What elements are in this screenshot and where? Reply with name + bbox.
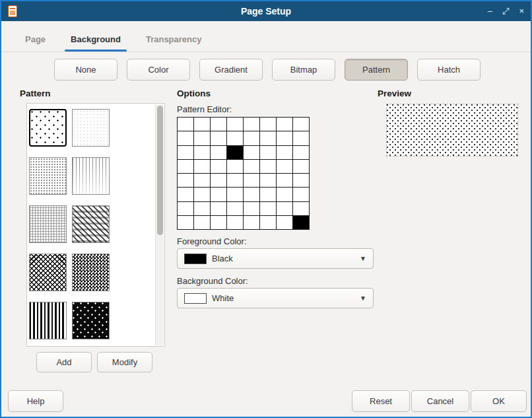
editor-cell-6-7[interactable] [293,202,309,215]
editor-cell-0-2[interactable] [211,118,226,131]
editor-cell-4-7[interactable] [293,174,309,187]
editor-cell-0-0[interactable] [178,118,193,131]
pattern-swatch-diagonal-banded[interactable] [72,205,110,243]
editor-cell-2-2[interactable] [211,146,226,159]
editor-cell-7-7[interactable] [293,216,309,229]
editor-cell-2-7[interactable] [293,146,309,159]
tab-bar: PageBackgroundTransparency [1,21,531,52]
pattern-swatch-checker-dense[interactable] [72,254,110,291]
tab-transparency[interactable]: Transparency [137,29,211,52]
pattern-list-scrollbar[interactable] [155,104,164,345]
editor-cell-2-5[interactable] [260,146,276,159]
editor-cell-2-1[interactable] [194,146,210,159]
pattern-swatch-dots-fine[interactable] [29,157,67,195]
editor-cell-6-5[interactable] [260,202,276,215]
editor-cell-7-3[interactable] [227,216,243,229]
editor-cell-6-3[interactable] [227,202,243,215]
editor-cell-1-5[interactable] [260,131,276,145]
pattern-swatch-dots-sparse[interactable] [29,109,67,147]
foreground-color-dropdown[interactable]: Black ▼ [177,248,374,269]
editor-cell-6-2[interactable] [211,202,226,215]
editor-cell-4-6[interactable] [277,174,292,187]
editor-cell-1-4[interactable] [244,131,259,145]
fill-type-bitmap-button[interactable]: Bitmap [272,59,335,81]
editor-cell-3-4[interactable] [244,160,259,173]
editor-cell-4-0[interactable] [178,174,193,187]
editor-cell-1-3[interactable] [227,131,243,145]
editor-cell-2-4[interactable] [244,146,259,159]
editor-cell-7-0[interactable] [178,216,193,229]
editor-cell-6-0[interactable] [178,202,193,215]
editor-cell-3-7[interactable] [293,160,309,173]
editor-cell-5-4[interactable] [244,188,259,201]
editor-cell-0-5[interactable] [260,118,276,131]
editor-cell-5-1[interactable] [194,188,210,201]
reset-button[interactable]: Reset [352,390,410,412]
editor-cell-0-1[interactable] [194,118,210,131]
pattern-swatch-dots-white-on-black[interactable] [72,302,110,339]
add-button[interactable]: Add [36,352,92,372]
ok-button[interactable]: OK [471,390,527,412]
editor-cell-5-2[interactable] [211,188,226,201]
cancel-button[interactable]: Cancel [411,390,469,412]
fill-type-pattern-button[interactable]: Pattern [345,59,408,81]
close-icon[interactable]: × [519,1,524,21]
editor-cell-2-0[interactable] [178,146,193,159]
editor-cell-7-1[interactable] [194,216,210,229]
editor-cell-7-2[interactable] [211,216,226,229]
editor-cell-3-6[interactable] [277,160,292,173]
editor-cell-4-4[interactable] [244,174,259,187]
pattern-swatch-crosshatch-dark[interactable] [29,254,67,291]
editor-cell-0-4[interactable] [244,118,259,131]
tab-page[interactable]: Page [16,29,55,52]
tab-background[interactable]: Background [61,29,130,52]
editor-cell-5-3[interactable] [227,188,243,201]
background-color-dropdown[interactable]: White ▼ [177,288,374,308]
editor-cell-4-5[interactable] [260,174,276,187]
modify-button[interactable]: Modify [97,352,152,372]
fill-type-hatch-button[interactable]: Hatch [417,59,481,81]
fill-type-color-button[interactable]: Color [127,59,190,81]
editor-cell-5-6[interactable] [277,188,292,201]
editor-cell-3-0[interactable] [178,160,193,173]
pattern-section-heading: Pattern [20,88,51,98]
restore-icon[interactable]: ⤢ [502,1,509,21]
editor-cell-1-0[interactable] [178,131,193,145]
fill-type-none-button[interactable]: None [54,59,117,81]
editor-cell-3-2[interactable] [211,160,226,173]
editor-cell-7-4[interactable] [244,216,259,229]
editor-cell-1-7[interactable] [293,131,309,145]
editor-cell-5-5[interactable] [260,188,276,201]
minimize-icon[interactable]: – [488,1,492,21]
pattern-swatch-stripes-vertical-dark[interactable] [29,302,67,339]
help-button[interactable]: Help [8,390,63,412]
pattern-swatch-grid [27,104,164,346]
editor-cell-3-3[interactable] [227,160,243,173]
pattern-swatch-grid-fine[interactable] [29,205,67,243]
editor-cell-1-6[interactable] [277,131,292,145]
editor-cell-4-1[interactable] [194,174,210,187]
editor-cell-4-3[interactable] [227,174,243,187]
window-controls: – ⤢ × [488,1,524,21]
editor-cell-0-3[interactable] [227,118,243,131]
scrollbar-thumb[interactable] [157,106,163,235]
fill-type-gradient-button[interactable]: Gradient [199,59,263,81]
editor-cell-5-0[interactable] [178,188,193,201]
editor-cell-4-2[interactable] [211,174,226,187]
editor-cell-6-1[interactable] [194,202,210,215]
editor-cell-2-6[interactable] [277,146,292,159]
pattern-swatch-dots-fine-light[interactable] [72,109,110,147]
editor-cell-5-7[interactable] [293,188,309,201]
editor-cell-1-2[interactable] [211,131,226,145]
editor-cell-0-6[interactable] [277,118,292,131]
pattern-swatch-stripes-vertical-light[interactable] [72,157,110,195]
editor-cell-1-1[interactable] [194,131,210,145]
editor-cell-0-7[interactable] [293,118,309,131]
editor-cell-2-3[interactable] [227,146,243,159]
editor-cell-3-1[interactable] [194,160,210,173]
editor-cell-7-6[interactable] [277,216,292,229]
editor-cell-7-5[interactable] [260,216,276,229]
editor-cell-6-4[interactable] [244,202,259,215]
editor-cell-3-5[interactable] [260,160,276,173]
editor-cell-6-6[interactable] [277,202,292,215]
